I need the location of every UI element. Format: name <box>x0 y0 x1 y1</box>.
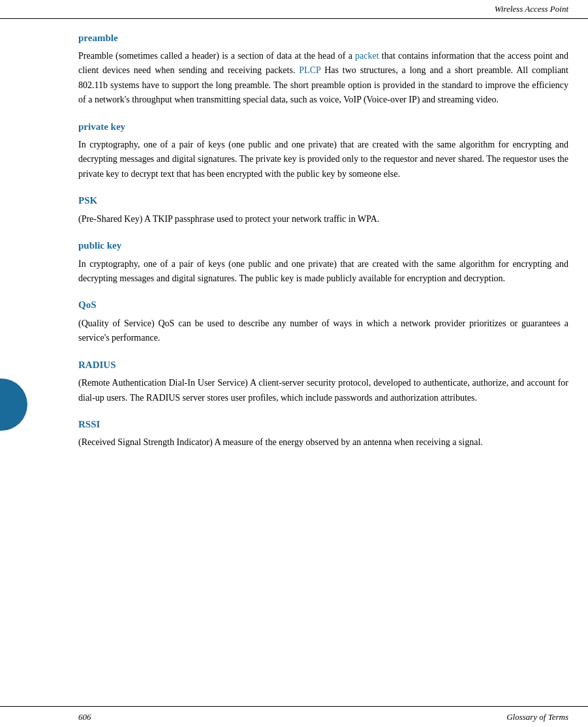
page-container: Wireless Access Point preamble Preamble … <box>0 0 588 727</box>
term-body-private-key: In cryptography, one of a pair of keys (… <box>78 138 568 181</box>
footer-section-label: Glossary of Terms <box>506 711 568 724</box>
term-heading-public-key: public key <box>78 238 568 253</box>
term-section-preamble: preamble Preamble (sometimes called a he… <box>78 31 568 108</box>
term-heading-rssi: RSSI <box>78 417 568 432</box>
link-packet[interactable]: packet <box>355 51 379 61</box>
term-body-public-key: In cryptography, one of a pair of keys (… <box>78 257 568 286</box>
page-footer: 606 Glossary of Terms <box>0 706 588 728</box>
term-section-radius: RADIUS (Remote Authentication Dial-In Us… <box>78 358 568 405</box>
main-content: preamble Preamble (sometimes called a he… <box>0 19 588 469</box>
term-body-radius: (Remote Authentication Dial-In User Serv… <box>78 376 568 405</box>
term-heading-preamble: preamble <box>78 31 568 46</box>
header-title: Wireless Access Point <box>495 3 568 16</box>
term-heading-qos: QoS <box>78 298 568 313</box>
term-heading-private-key: private key <box>78 119 568 134</box>
footer-page-number: 606 <box>78 711 91 724</box>
link-plcp[interactable]: PLCP <box>299 65 320 75</box>
term-body-qos: (Quality of Service) QoS can be used to … <box>78 317 568 346</box>
term-body-preamble: Preamble (sometimes called a header) is … <box>78 49 568 108</box>
term-section-psk: PSK (Pre-Shared Key) A TKIP passphrase u… <box>78 193 568 226</box>
term-section-private-key: private key In cryptography, one of a pa… <box>78 119 568 182</box>
term-body-rssi: (Received Signal Strength Indicator) A m… <box>78 435 568 450</box>
term-section-qos: QoS (Quality of Service) QoS can be used… <box>78 298 568 345</box>
term-heading-radius: RADIUS <box>78 358 568 373</box>
term-body-psk: (Pre-Shared Key) A TKIP passphrase used … <box>78 212 568 226</box>
page-header: Wireless Access Point <box>0 0 588 19</box>
term-section-public-key: public key In cryptography, one of a pai… <box>78 238 568 286</box>
term-section-rssi: RSSI (Received Signal Strength Indicator… <box>78 417 568 450</box>
term-heading-psk: PSK <box>78 193 568 208</box>
